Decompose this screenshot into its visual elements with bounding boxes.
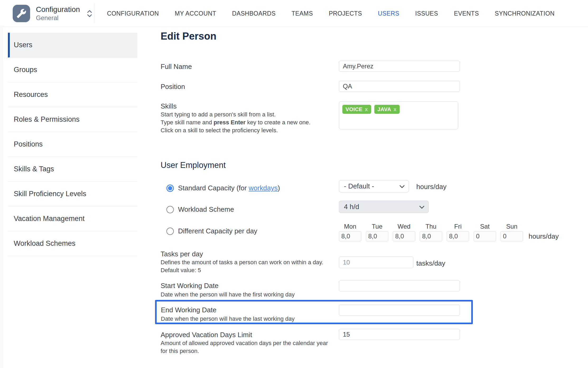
capacity-input-wed[interactable] bbox=[393, 231, 415, 241]
sidebar-item-workload-schemes[interactable]: Workload Schemes bbox=[8, 231, 137, 256]
skills-help2-suffix: key to create a new one. bbox=[246, 119, 311, 126]
approved-vacation-days-help-line2: for this person. bbox=[161, 347, 199, 355]
top-nav: CONFIGURATION MY ACCOUNT DASHBOARDS TEAM… bbox=[107, 0, 555, 27]
workdays-link[interactable]: workdays bbox=[249, 184, 278, 192]
skill-tag-voice-label: VOICE bbox=[346, 106, 362, 112]
sidebar-item-groups[interactable]: Groups bbox=[8, 58, 137, 82]
approved-vacation-days-input[interactable] bbox=[339, 329, 460, 340]
brand-title: Configuration bbox=[36, 5, 80, 14]
day-header-thu: Thu bbox=[420, 223, 442, 230]
approved-vacation-days-help-line1: Amount of allowed approved vacation days… bbox=[161, 339, 328, 347]
radio-unselected-icon[interactable] bbox=[166, 228, 174, 235]
capacity-input-thu[interactable] bbox=[420, 231, 442, 241]
end-working-date-label: End Working Date bbox=[161, 306, 217, 314]
day-column-sat: Sat bbox=[474, 223, 496, 241]
day-header-tue: Tue bbox=[366, 223, 388, 230]
day-header-sat: Sat bbox=[474, 223, 496, 230]
nav-projects[interactable]: PROJECTS bbox=[329, 10, 362, 17]
nav-synchronization[interactable]: SYNCHRONIZATION bbox=[495, 10, 555, 17]
start-working-date-label: Start Working Date bbox=[161, 281, 218, 290]
sidebar-item-users[interactable]: Users bbox=[8, 33, 137, 58]
app-switcher[interactable]: Configuration General bbox=[13, 5, 92, 22]
start-working-date-help: Date when the person will have the first… bbox=[161, 291, 295, 298]
sidebar-item-resources[interactable]: Resources bbox=[8, 82, 137, 107]
tasks-per-day-input[interactable] bbox=[339, 257, 413, 268]
left-gutter bbox=[0, 27, 3, 368]
position-label: Position bbox=[161, 82, 185, 91]
capacity-input-sat[interactable] bbox=[474, 231, 496, 241]
wrench-icon bbox=[13, 5, 30, 22]
day-column-mon: Mon bbox=[339, 223, 361, 241]
skill-tag-java-label: JAVA bbox=[377, 106, 391, 112]
skill-tag-java[interactable]: JAVAx bbox=[374, 105, 400, 114]
tasks-per-day-help-line1: Defines the amount of tasks a person can… bbox=[161, 259, 323, 266]
standard-capacity-label: Standard Capacity (for workdays) bbox=[178, 184, 280, 192]
skills-help2-bold: press Enter bbox=[214, 119, 246, 126]
sidebar-item-skill-proficiency-levels[interactable]: Skill Proficiency Levels bbox=[8, 182, 137, 206]
skills-help-line3: Click on a skill to select the proficien… bbox=[161, 127, 278, 134]
app-header: Configuration General CONFIGURATION MY A… bbox=[0, 0, 588, 27]
workload-scheme-select[interactable]: 4 h/d bbox=[339, 201, 429, 213]
header-divider bbox=[95, 4, 95, 23]
skills-tag-input[interactable]: VOICEx JAVAx bbox=[339, 101, 458, 129]
standard-capacity-label-prefix: Standard Capacity (for bbox=[178, 184, 249, 192]
hours-per-day-unit: hours/day bbox=[529, 232, 559, 240]
chevron-updown-icon[interactable] bbox=[87, 10, 92, 17]
sidebar-item-positions[interactable]: Positions bbox=[8, 132, 137, 157]
tasks-per-day-label: Tasks per day bbox=[161, 250, 203, 258]
day-header-fri: Fri bbox=[447, 223, 469, 230]
page-title: Edit Person bbox=[161, 31, 216, 42]
position-input[interactable] bbox=[339, 81, 460, 92]
day-column-thu: Thu bbox=[420, 223, 442, 241]
start-working-date-input[interactable] bbox=[339, 280, 460, 291]
chevron-down-icon bbox=[419, 204, 424, 209]
nav-events[interactable]: EVENTS bbox=[454, 10, 479, 17]
sidebar-item-roles-permissions[interactable]: Roles & Permissions bbox=[8, 107, 137, 132]
approved-vacation-days-label: Approved Vacation Days Limit bbox=[161, 331, 252, 339]
nav-users[interactable]: USERS bbox=[378, 10, 399, 17]
tasks-per-day-unit: tasks/day bbox=[416, 259, 445, 267]
end-working-date-input[interactable] bbox=[339, 305, 460, 316]
standard-capacity-select-value: - Default - bbox=[344, 182, 374, 190]
workload-scheme-option[interactable]: Workload Scheme bbox=[166, 205, 234, 214]
end-working-date-help: Date when the person will have the last … bbox=[161, 315, 295, 323]
x-icon[interactable]: x bbox=[365, 106, 368, 112]
capacity-input-fri[interactable] bbox=[447, 231, 469, 241]
different-capacity-label: Different Capacity per day bbox=[178, 227, 257, 235]
capacity-input-tue[interactable] bbox=[366, 231, 388, 241]
skills-help-line1: Start typing to add a person's skill fro… bbox=[161, 111, 276, 118]
workload-scheme-label: Workload Scheme bbox=[178, 205, 234, 214]
skills-help-line2: Type skill name and press Enter key to c… bbox=[161, 119, 310, 126]
nav-my-account[interactable]: MY ACCOUNT bbox=[175, 10, 216, 17]
user-employment-heading: User Employment bbox=[161, 161, 226, 170]
day-column-wed: Wed bbox=[393, 223, 415, 241]
standard-capacity-option[interactable]: Standard Capacity (for workdays) bbox=[166, 184, 280, 192]
standard-capacity-select[interactable]: - Default - bbox=[339, 180, 409, 192]
end-working-date-highlight-box: End Working Date Date when the person wi… bbox=[155, 300, 473, 324]
skill-tag-voice[interactable]: VOICEx bbox=[342, 105, 371, 114]
day-column-fri: Fri bbox=[447, 223, 469, 241]
tasks-per-day-help-line2: Default value: 5 bbox=[161, 267, 201, 274]
brand-text: Configuration General bbox=[36, 5, 80, 22]
hours-per-day-unit: hours/day bbox=[416, 183, 446, 191]
day-header-wed: Wed bbox=[393, 223, 415, 230]
radio-unselected-icon[interactable] bbox=[166, 206, 174, 213]
sidebar-nav: Users Groups Resources Roles & Permissio… bbox=[8, 33, 137, 256]
full-name-input[interactable] bbox=[339, 61, 460, 72]
nav-issues[interactable]: ISSUES bbox=[415, 10, 438, 17]
capacity-input-sun[interactable] bbox=[501, 231, 523, 241]
skills-help2-prefix: Type skill name and bbox=[161, 119, 214, 126]
sidebar-item-vacation-management[interactable]: Vacation Management bbox=[8, 206, 137, 231]
sidebar-item-skills-tags[interactable]: Skills & Tags bbox=[8, 157, 137, 182]
x-icon[interactable]: x bbox=[394, 106, 397, 112]
chevron-down-icon bbox=[399, 183, 405, 188]
full-name-label: Full Name bbox=[161, 62, 192, 71]
nav-configuration[interactable]: CONFIGURATION bbox=[107, 10, 159, 17]
radio-selected-icon[interactable] bbox=[166, 185, 174, 192]
nav-teams[interactable]: TEAMS bbox=[291, 10, 313, 17]
capacity-input-mon[interactable] bbox=[339, 231, 361, 241]
brand-subtitle: General bbox=[36, 14, 80, 22]
workload-scheme-select-value: 4 h/d bbox=[344, 203, 359, 211]
different-capacity-option[interactable]: Different Capacity per day bbox=[166, 227, 257, 235]
nav-dashboards[interactable]: DASHBOARDS bbox=[232, 10, 276, 17]
